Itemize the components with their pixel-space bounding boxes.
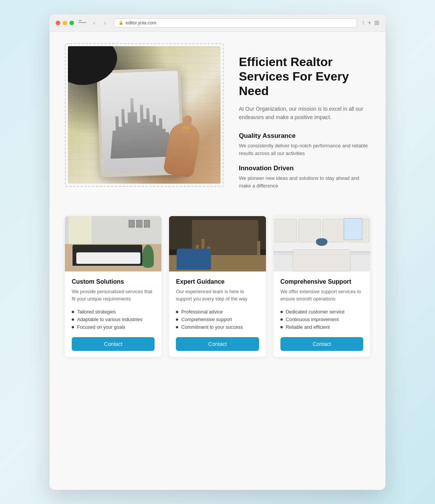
address-bar[interactable]: 🔒 editor.yola.com	[114, 18, 357, 27]
wall-frame-2	[136, 220, 142, 228]
bullet-icon	[280, 311, 283, 313]
feature-quality-title: Quality Assurance	[239, 132, 370, 140]
pendant-light	[316, 238, 327, 246]
bed-sheets	[76, 252, 140, 264]
hero-subtitle: At Our Organization, our mission is to e…	[239, 105, 370, 122]
tablet-cityscape	[108, 86, 173, 158]
hero-title: Efficient Realtor Services For Every Nee…	[239, 55, 370, 99]
card-custom-solutions: Custom Solutions We provide personalized…	[65, 216, 161, 357]
minimize-button[interactable]	[63, 21, 67, 25]
card-title-comprehensive: Comprehensive Support	[280, 278, 363, 285]
cabinet-1	[274, 219, 297, 242]
card-title-custom: Custom Solutions	[72, 278, 155, 285]
card-body-expert: Expert Guidance Our experienced team is …	[169, 271, 266, 357]
card-desc-custom: We provide personalized services that fi…	[72, 288, 155, 303]
list-item: Comprehensive support	[176, 316, 259, 323]
card-image-living	[169, 216, 266, 271]
card-list-custom: Tailored strategies Adaptable to various…	[72, 308, 155, 331]
card-desc-comprehensive: We offer extensive support services to e…	[280, 288, 363, 303]
feature-quality: Quality Assurance We consistently delive…	[239, 132, 370, 157]
card-expert-guidance: Expert Guidance Our experienced team is …	[169, 216, 266, 357]
bullet-icon	[72, 311, 74, 313]
list-item: Commitment to your success	[176, 323, 259, 331]
kitchen-island	[293, 249, 351, 271]
sidebar-icon[interactable]	[79, 20, 86, 26]
hero-text: Efficient Realtor Services For Every Nee…	[239, 43, 370, 197]
list-item: Focused on your goals	[72, 323, 155, 331]
contact-button-custom[interactable]: Contact	[72, 337, 155, 351]
wall-frame-3	[144, 220, 150, 228]
card-comprehensive-support: Comprehensive Support We offer extensive…	[274, 216, 370, 357]
list-item: Dedicated customer service	[280, 308, 363, 316]
contact-button-comprehensive[interactable]: Contact	[280, 337, 363, 351]
wall-frame-1	[129, 220, 135, 228]
browser-content: Efficient Realtor Services For Every Nee…	[50, 32, 385, 490]
list-item: Reliable and efficient	[280, 323, 363, 331]
bullet-icon	[176, 311, 178, 313]
ring-on-finger	[182, 126, 190, 129]
bullet-icon	[176, 326, 178, 328]
feature-innovation: Innovation Driven We pioneer new ideas a…	[239, 165, 370, 189]
feature-innovation-title: Innovation Driven	[239, 165, 370, 172]
list-item: Professional advice	[176, 308, 259, 316]
feature-quality-desc: We consistently deliver top-notch perfor…	[239, 142, 370, 157]
browser-actions: ↑ + ⊞	[362, 19, 379, 26]
lock-icon: 🔒	[119, 21, 123, 25]
bullet-icon	[280, 326, 283, 328]
cards-section: Custom Solutions We provide personalized…	[65, 216, 370, 357]
bullet-icon	[72, 326, 74, 328]
browser-chrome: ‹ › 🔒 editor.yola.com ↑ + ⊞	[50, 15, 385, 32]
card-list-comprehensive: Dedicated customer service Continuous im…	[280, 308, 363, 331]
list-item: Tailored strategies	[72, 308, 155, 316]
hero-image	[68, 46, 221, 184]
bedroom-frames	[129, 220, 150, 228]
bedroom-plant	[142, 245, 154, 268]
kitchen-window	[343, 218, 362, 240]
share-icon[interactable]: ↑	[362, 19, 365, 26]
card-image-bedroom	[65, 216, 161, 271]
forward-button[interactable]: ›	[101, 19, 109, 27]
hero-image-wrapper	[65, 43, 224, 187]
url-text: editor.yola.com	[126, 20, 156, 26]
cabinet-3	[322, 219, 345, 242]
card-list-expert: Professional advice Comprehensive suppor…	[176, 308, 259, 331]
traffic-lights	[56, 21, 74, 25]
contact-button-expert[interactable]: Contact	[176, 337, 259, 351]
list-item: Adaptable to various industries	[72, 316, 155, 323]
browser-window: ‹ › 🔒 editor.yola.com ↑ + ⊞	[50, 15, 385, 490]
back-button[interactable]: ‹	[90, 19, 98, 27]
card-body-comprehensive: Comprehensive Support We offer extensive…	[274, 271, 370, 357]
dashed-border	[65, 43, 224, 187]
bullet-icon	[176, 318, 178, 321]
living-lamp	[257, 241, 260, 256]
card-image-kitchen	[274, 216, 370, 271]
hero-section: Efficient Realtor Services For Every Nee…	[65, 43, 370, 197]
close-button[interactable]	[56, 21, 60, 25]
new-tab-icon[interactable]: +	[368, 19, 371, 26]
maximize-button[interactable]	[69, 21, 74, 25]
bullet-icon	[72, 318, 74, 321]
extensions-icon[interactable]: ⊞	[374, 19, 379, 26]
bullet-icon	[280, 318, 283, 321]
browser-nav: ‹ ›	[79, 19, 109, 27]
bedroom-window	[69, 216, 92, 247]
card-title-expert: Expert Guidance	[176, 278, 259, 285]
card-desc-expert: Our experienced team is here to support …	[176, 288, 259, 303]
list-item: Continuous improvement	[280, 316, 363, 323]
living-sofa	[177, 249, 211, 270]
feature-innovation-desc: We pioneer new ideas and solutions to st…	[239, 174, 370, 189]
card-body-custom: Custom Solutions We provide personalized…	[65, 271, 161, 357]
